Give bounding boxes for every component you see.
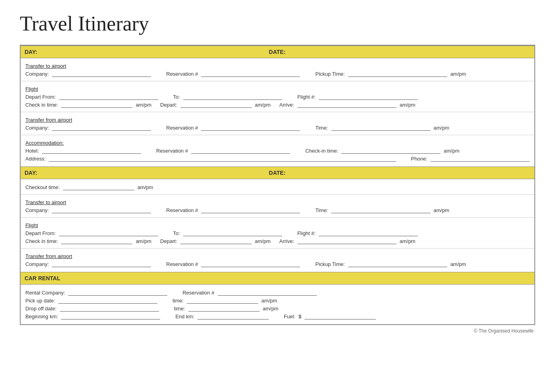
hotel-label: Hotel: [25, 148, 39, 154]
company-field-4[interactable] [52, 261, 151, 267]
ampm-depart-1: am/pm [255, 102, 271, 108]
footer: © The Organised Housewife [20, 328, 535, 334]
day1-header: DAY: DATE: [21, 46, 534, 58]
depart-label-2: Depart: [160, 238, 177, 244]
ampm-depart-2: am/pm [255, 238, 271, 244]
reservation-label-6: Reservation # [182, 290, 214, 296]
checkin-label-2: Check in time: [25, 238, 58, 244]
end-km-label: End km: [175, 314, 194, 319]
beginning-km-field[interactable] [61, 313, 160, 319]
ampm-time-1: am/pm [434, 125, 450, 131]
checkin-time-label: Check-in time: [305, 148, 338, 154]
company-label-3: Company: [25, 207, 49, 213]
depart-from-field-2[interactable] [59, 230, 158, 236]
arrive-label-2: Arrive: [279, 238, 294, 244]
checkout-field[interactable] [63, 184, 134, 190]
company-field-2[interactable] [52, 124, 151, 131]
reservation-label-4: Reservation # [166, 207, 198, 213]
pickup-date-label: Pick up date: [25, 298, 55, 304]
reservation-label-5: Reservation # [166, 261, 198, 267]
phone-field[interactable] [431, 155, 530, 162]
ampm-checkin-1: am/pm [136, 102, 151, 108]
car-rental-section: Rental Company: Reservation # Pick up da… [21, 285, 534, 324]
address-field[interactable] [49, 155, 396, 162]
transfer-from-1-title: Transfer from airport [25, 117, 72, 123]
ampm-arrive-2: am/pm [400, 238, 415, 244]
reservation-field-5[interactable] [201, 261, 300, 267]
company-label-2: Company: [25, 125, 49, 131]
pickup-time-field[interactable] [187, 297, 258, 304]
pickup-label-1: Pickup Time: [315, 71, 344, 77]
day2-header: DAY: DATE: [21, 166, 534, 179]
reservation-label-3: Reservation # [156, 148, 188, 154]
flight-1-title: Flight [25, 86, 38, 92]
company-label-4: Company: [25, 261, 49, 267]
phone-label: Phone: [411, 156, 427, 162]
depart-from-field-1[interactable] [59, 94, 158, 100]
time-field-2[interactable] [331, 207, 431, 213]
dropoff-date-field[interactable] [60, 305, 159, 312]
flight-hash-label-1: Flight #: [297, 94, 316, 100]
transfer-from-airport-2-section: Transfer from airport Company: Reservati… [21, 249, 534, 271]
pickup-label-2: Pickup Time: [315, 261, 344, 267]
ampm-checkout: am/pm [138, 184, 153, 190]
depart-from-label-2: Depart From: [25, 230, 56, 236]
pickup-date-field[interactable] [58, 297, 157, 304]
company-field-3[interactable] [52, 207, 151, 213]
main-table: DAY: DATE: Transfer to airport Company: … [20, 45, 535, 325]
ampm-pickup-car: am/pm [261, 298, 277, 304]
dollar-sign: $ [299, 314, 301, 319]
reservation-field-3[interactable] [191, 147, 290, 154]
to-label-1: To: [173, 94, 180, 100]
car-rental-header: CAR RENTAL [21, 272, 534, 285]
flight-hash-label-2: Flight #: [297, 230, 316, 236]
reservation-field-2[interactable] [201, 124, 300, 131]
dropoff-time-field[interactable] [188, 305, 260, 312]
reservation-label-1: Reservation # [166, 71, 198, 77]
checkin-time-field[interactable] [341, 147, 440, 154]
checkin-field-2[interactable] [61, 238, 132, 244]
fuel-field[interactable] [304, 313, 376, 319]
transfer-from-2-title: Transfer from airport [25, 253, 72, 259]
pickup-field-1[interactable] [348, 71, 447, 77]
accommodation-title: Accommodation: [25, 140, 64, 146]
reservation-field-4[interactable] [201, 207, 300, 213]
ampm-arrive-1: am/pm [400, 102, 415, 108]
time-field-1[interactable] [331, 124, 431, 131]
fuel-label: Fuel: [284, 314, 295, 319]
checkin-field-1[interactable] [61, 101, 132, 108]
checkout-label: Checkout time: [25, 184, 60, 190]
reservation-field-1[interactable] [201, 71, 300, 77]
ampm-time-2: am/pm [434, 207, 450, 213]
time-label-1: Time: [315, 125, 328, 131]
transfer-airport-2-title: Transfer to airport [25, 199, 66, 205]
reservation-field-6[interactable] [218, 289, 317, 296]
checkout-section: Checkout time: am/pm [21, 179, 534, 195]
depart-field-1[interactable] [180, 101, 252, 108]
depart-label-1: Depart: [160, 102, 177, 108]
flight-1-section: Flight Depart From: To: Flight #: Check … [21, 81, 534, 112]
dropoff-date-label: Drop off date: [25, 306, 57, 312]
to-field-2[interactable] [183, 230, 282, 236]
ampm-checkin-2: am/pm [136, 238, 151, 244]
ampm-checkin-acc: am/pm [444, 148, 459, 154]
to-label-2: To: [173, 230, 180, 236]
company-field-1[interactable] [52, 71, 151, 77]
beginning-km-label: Beginning km: [25, 314, 58, 319]
flight-hash-field-1[interactable] [319, 94, 418, 100]
checkin-label-1: Check in time: [25, 102, 58, 108]
arrive-field-1[interactable] [297, 101, 396, 108]
depart-field-2[interactable] [180, 238, 252, 244]
to-field-1[interactable] [183, 94, 282, 100]
arrive-label-1: Arrive: [279, 102, 294, 108]
arrive-field-2[interactable] [297, 238, 396, 244]
end-km-field[interactable] [197, 313, 269, 319]
rental-company-field[interactable] [68, 289, 167, 296]
reservation-label-2: Reservation # [166, 125, 198, 131]
flight-hash-field-2[interactable] [319, 230, 418, 236]
flight-2-section: Flight Depart From: To: Flight #: Check … [21, 218, 534, 249]
rental-company-label: Rental Company: [25, 290, 65, 296]
pickup-field-2[interactable] [348, 261, 447, 267]
hotel-field[interactable] [42, 147, 141, 154]
depart-from-label-1: Depart From: [25, 94, 56, 100]
